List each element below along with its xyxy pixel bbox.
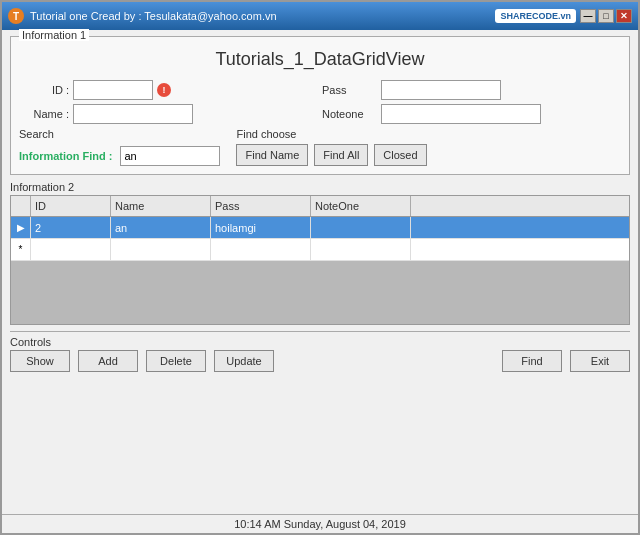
find-buttons: Find Name Find All Closed (236, 144, 426, 166)
datagrid-header: ID Name Pass NoteOne (11, 196, 629, 217)
window-controls: — □ ✕ (580, 9, 632, 23)
update-button[interactable]: Update (214, 350, 274, 372)
datagrid-fill: ShareCode.vn (11, 261, 629, 325)
col-header-pass: Pass (211, 196, 311, 216)
controls-section: Controls Show Add Delete Update Find Exi… (10, 331, 630, 372)
noteone-input[interactable] (381, 104, 541, 124)
cell-pass-new (211, 239, 311, 260)
pass-label: Pass (322, 84, 377, 96)
find-all-button[interactable]: Find All (314, 144, 368, 166)
noteone-field-container: Noteone (322, 104, 621, 124)
cell-noteone-new (311, 239, 411, 260)
search-label-row: Information Find : (19, 146, 220, 166)
find-choose-label: Find choose (236, 128, 426, 140)
info1-group: Information 1 Tutorials_1_DataGridView I… (10, 36, 630, 175)
main-window: T Tutorial one Cread by : Tesulakata@yah… (0, 0, 640, 535)
main-content: Information 1 Tutorials_1_DataGridView I… (2, 30, 638, 514)
info1-label: Information 1 (19, 29, 89, 41)
datagrid-container: ID Name Pass NoteOne ▶ 2 an hoilamgi * (10, 195, 630, 325)
app-icon: T (8, 8, 24, 24)
title-bar-left: T Tutorial one Cread by : Tesulakata@yah… (8, 8, 277, 24)
col-header-id: ID (31, 196, 111, 216)
id-field-container: ID : ! (19, 80, 318, 100)
sharecode-badge: SHARECODE.vn (495, 9, 576, 23)
controls-buttons: Show Add Delete Update Find Exit (10, 350, 630, 372)
controls-label: Controls (10, 336, 630, 348)
title-bar-right: SHARECODE.vn — □ ✕ (495, 9, 632, 23)
table-row-new[interactable]: * (11, 239, 629, 261)
cell-noteone-1 (311, 217, 411, 238)
delete-button[interactable]: Delete (146, 350, 206, 372)
cell-pass-1: hoilamgi (211, 217, 311, 238)
show-button[interactable]: Show (10, 350, 70, 372)
find-ctrl-button[interactable]: Find (502, 350, 562, 372)
search-find-row: Search Information Find : Find choose Fi… (19, 128, 621, 166)
close-button[interactable]: ✕ (616, 9, 632, 23)
row-indicator-new: * (11, 239, 31, 260)
form-title: Tutorials_1_DataGridView (19, 49, 621, 70)
find-name-button[interactable]: Find Name (236, 144, 308, 166)
info2-label: Information 2 (10, 181, 630, 193)
statusbar: 10:14 AM Sunday, August 04, 2019 (2, 514, 638, 533)
form-fields: ID : ! Pass Name : Noteone (19, 80, 621, 124)
row-indicator-1: ▶ (11, 217, 31, 238)
title-bar-text: Tutorial one Cread by : Tesulakata@yahoo… (30, 10, 277, 22)
info2-section: Information 2 ID Name Pass NoteOne ▶ 2 a… (10, 181, 630, 325)
add-button[interactable]: Add (78, 350, 138, 372)
cell-name-new (111, 239, 211, 260)
cell-id-1: 2 (31, 217, 111, 238)
id-label: ID : (19, 84, 69, 96)
cell-name-1: an (111, 217, 211, 238)
info-find-label: Information Find : (19, 150, 112, 162)
minimize-button[interactable]: — (580, 9, 596, 23)
title-bar: T Tutorial one Cread by : Tesulakata@yah… (2, 2, 638, 30)
col-header-name: Name (111, 196, 211, 216)
col-header-indicator (11, 196, 31, 216)
pass-field-container: Pass (322, 80, 621, 100)
id-input[interactable] (73, 80, 153, 100)
table-row[interactable]: ▶ 2 an hoilamgi (11, 217, 629, 239)
id-error-icon: ! (157, 83, 171, 97)
name-input[interactable] (73, 104, 193, 124)
name-label: Name : (19, 108, 69, 120)
maximize-button[interactable]: □ (598, 9, 614, 23)
name-field-container: Name : (19, 104, 318, 124)
noteone-label: Noteone (322, 108, 377, 120)
pass-input[interactable] (381, 80, 501, 100)
search-section: Search Information Find : (19, 128, 220, 166)
exit-button[interactable]: Exit (570, 350, 630, 372)
cell-id-new (31, 239, 111, 260)
search-input[interactable] (120, 146, 220, 166)
find-choose-section: Find choose Find Name Find All Closed (236, 128, 426, 166)
statusbar-text: 10:14 AM Sunday, August 04, 2019 (234, 518, 406, 530)
closed-button[interactable]: Closed (374, 144, 426, 166)
search-label: Search (19, 128, 220, 140)
col-header-noteone: NoteOne (311, 196, 411, 216)
